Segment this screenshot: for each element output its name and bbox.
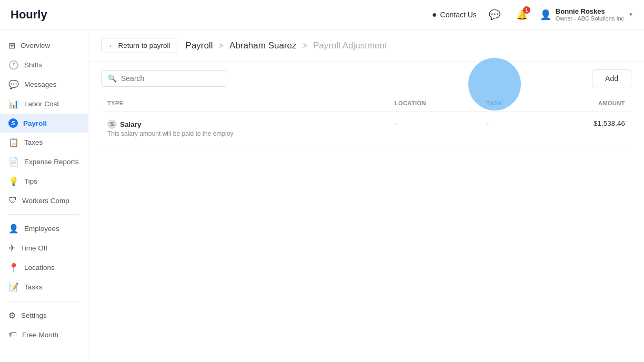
header: Hourly ● Contact Us 💬 🔔 1 👤 Bonnie Roske… (0, 0, 644, 29)
employees-icon: 👤 (8, 224, 19, 234)
shifts-icon: 🕐 (8, 60, 19, 70)
breadcrumb: Payroll > Abraham Suarez > Payroll Adjus… (186, 41, 387, 51)
sidebar-item-labor-cost[interactable]: 📊 Labor Cost (0, 94, 88, 114)
col-header-amount: AMOUNT (540, 95, 631, 112)
arrow-left-icon: ← (108, 42, 115, 49)
messages-icon: 💬 (8, 79, 19, 89)
user-icon: 👤 (540, 9, 551, 21)
breadcrumb-employee: Abraham Suarez (229, 41, 297, 51)
type-cell: S Salary This salary amount will be paid… (101, 112, 388, 145)
breadcrumb-sep2: > (302, 41, 307, 51)
sidebar-item-tasks[interactable]: 📝 Tasks (0, 277, 88, 297)
salary-description: This salary amount will be paid to the e… (107, 130, 382, 137)
sidebar: ⊞ Overview 🕐 Shifts 💬 Messages 📊 Labor C… (0, 29, 88, 362)
sidebar-label-expense-reports: Expense Reports (24, 158, 79, 166)
contact-us-button[interactable]: ● Contact Us (432, 10, 477, 19)
search-icon: 🔍 (108, 74, 117, 83)
location-cell: - (388, 112, 480, 145)
workers-comp-icon: 🛡 (8, 196, 17, 205)
sidebar-label-locations: Locations (24, 264, 55, 272)
toolbar: 🔍 Add (88, 62, 644, 95)
sidebar-label-time-off: Time Off (21, 244, 47, 252)
col-header-type: TYPE (101, 95, 388, 112)
sidebar-label-settings: Settings (21, 311, 47, 319)
sidebar-divider-2 (8, 301, 79, 301)
table-row: S Salary This salary amount will be paid… (101, 112, 631, 145)
chevron-down-icon: ▼ (628, 12, 633, 17)
add-button[interactable]: Add (592, 69, 631, 87)
sidebar-label-payroll: Payroll (23, 119, 47, 127)
time-off-icon: ✈ (8, 243, 15, 253)
sidebar-item-expense-reports[interactable]: 📄 Expense Reports (0, 152, 88, 172)
sidebar-label-messages: Messages (24, 81, 57, 88)
table-header: TYPE LOCATION TASK AMOUNT (101, 95, 631, 112)
messages-icon-button[interactable]: 💬 (485, 5, 504, 24)
sidebar-item-employees[interactable]: 👤 Employees (0, 219, 88, 238)
table-container: TYPE LOCATION TASK AMOUNT S Salary (88, 95, 644, 362)
salary-icon: S (107, 119, 117, 129)
payroll-icon: S (8, 118, 18, 128)
return-to-payroll-button[interactable]: ← Return to payroll (101, 38, 177, 53)
sidebar-item-time-off[interactable]: ✈ Time Off (0, 238, 88, 258)
sidebar-item-overview[interactable]: ⊞ Overview (0, 36, 88, 55)
search-box: 🔍 (101, 70, 227, 87)
sidebar-label-labor-cost: Labor Cost (24, 100, 59, 108)
amount-cell: $1,538.46 (540, 112, 631, 145)
notifications-button[interactable]: 🔔 1 (512, 5, 531, 24)
sidebar-item-locations[interactable]: 📍 Locations (0, 258, 88, 277)
notification-count: 1 (523, 6, 530, 14)
sidebar-label-workers-comp: Workers Comp (22, 197, 69, 205)
col-header-location: LOCATION (388, 95, 480, 112)
sidebar-label-employees: Employees (24, 225, 59, 233)
sidebar-label-free-month: Free Month (22, 331, 58, 339)
sidebar-item-workers-comp[interactable]: 🛡 Workers Comp (0, 191, 88, 210)
adjustments-table: TYPE LOCATION TASK AMOUNT S Salary (101, 95, 631, 145)
breadcrumb-sep1: > (218, 41, 224, 51)
user-menu[interactable]: 👤 Bonnie Roskes Owner - ABC Solutions In… (540, 7, 633, 22)
col-header-task: TASK (480, 95, 540, 112)
content-header: ← Return to payroll Payroll > Abraham Su… (88, 29, 644, 62)
free-month-icon: 🏷 (8, 330, 17, 339)
taxes-icon: 📋 (8, 137, 19, 147)
sidebar-label-tips: Tips (24, 177, 37, 185)
sidebar-item-tips[interactable]: 💡 Tips (0, 172, 88, 191)
tips-icon: 💡 (8, 176, 19, 186)
expense-reports-icon: 📄 (8, 157, 19, 167)
locations-icon: 📍 (8, 263, 19, 273)
settings-icon: ⚙ (8, 310, 16, 320)
labor-cost-icon: 📊 (8, 99, 19, 109)
sidebar-divider-1 (8, 214, 79, 215)
sidebar-item-shifts[interactable]: 🕐 Shifts (0, 55, 88, 75)
sidebar-item-free-month[interactable]: 🏷 Free Month (0, 325, 88, 344)
sidebar-label-tasks: Tasks (24, 283, 43, 291)
user-details: Bonnie Roskes Owner - ABC Solutions Inc (556, 7, 624, 22)
sidebar-label-shifts: Shifts (24, 61, 42, 69)
salary-label: Salary (120, 120, 142, 128)
tasks-icon: 📝 (8, 282, 19, 292)
sidebar-item-taxes[interactable]: 📋 Taxes (0, 133, 88, 152)
sidebar-label-overview: Overview (21, 42, 50, 49)
chat-icon: 💬 (489, 9, 500, 21)
sidebar-item-messages[interactable]: 💬 Messages (0, 75, 88, 94)
sidebar-item-settings[interactable]: ⚙ Settings (0, 306, 88, 325)
main-content: ← Return to payroll Payroll > Abraham Su… (88, 29, 644, 362)
search-input[interactable] (121, 74, 220, 83)
breadcrumb-current: Payroll Adjustment (313, 41, 387, 51)
sidebar-label-taxes: Taxes (24, 138, 43, 146)
question-icon: ● (432, 10, 437, 19)
overview-icon: ⊞ (8, 41, 15, 51)
header-actions: ● Contact Us 💬 🔔 1 👤 Bonnie Roskes Owner… (432, 5, 633, 24)
app-logo: Hourly (11, 8, 47, 22)
breadcrumb-payroll: Payroll (186, 41, 213, 51)
task-cell: - (480, 112, 540, 145)
main-layout: ⊞ Overview 🕐 Shifts 💬 Messages 📊 Labor C… (0, 29, 644, 362)
sidebar-item-payroll[interactable]: S Payroll (0, 114, 88, 133)
